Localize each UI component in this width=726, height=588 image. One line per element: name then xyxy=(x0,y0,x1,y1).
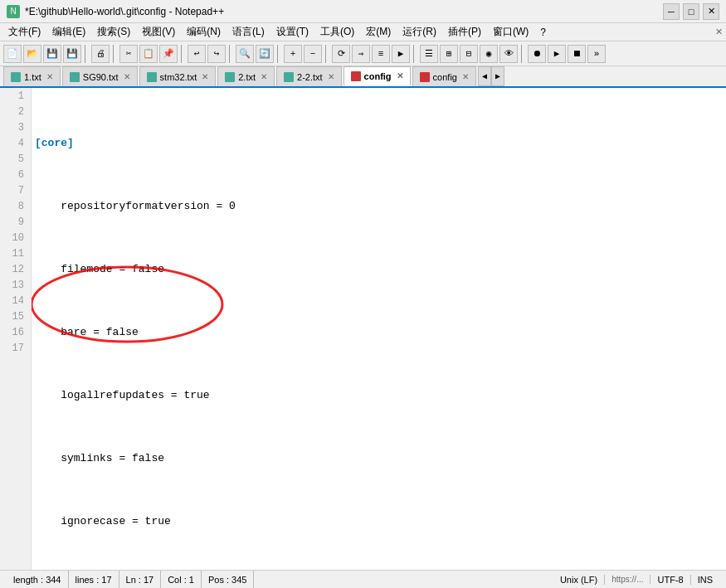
tab-close-2txt[interactable]: ✕ xyxy=(261,72,267,81)
maximize-button[interactable]: □ xyxy=(683,3,699,20)
tb-extra1[interactable]: ☰ xyxy=(420,45,438,63)
code-text-3: filemode = false xyxy=(35,261,164,277)
line-num-9: 9 xyxy=(7,214,24,230)
menu-settings[interactable]: 设置(T) xyxy=(271,23,314,41)
tb-sep2 xyxy=(113,45,116,63)
tb-save[interactable]: 💾 xyxy=(43,45,61,63)
code-text-5: logallrefupdates = true xyxy=(35,387,210,403)
status-ins: INS xyxy=(691,575,719,585)
line-num-16: 16 xyxy=(7,324,24,340)
tb-extra2[interactable]: ⊞ xyxy=(440,45,458,63)
status-encoding[interactable]: UTF-8 xyxy=(650,575,690,585)
tb-more[interactable]: » xyxy=(587,45,606,63)
tb-print[interactable]: 🖨 xyxy=(91,45,110,63)
code-line-1: [core] xyxy=(35,135,723,151)
tab-config1[interactable]: config ✕ xyxy=(344,66,411,86)
tab-scroll-right[interactable]: ▶ xyxy=(491,66,504,86)
tab-close-sg90[interactable]: ✕ xyxy=(124,72,130,81)
tb-undo[interactable]: ↩ xyxy=(188,45,206,63)
tab-icon-config1 xyxy=(351,71,361,81)
menu-run[interactable]: 运行(R) xyxy=(397,23,441,41)
tb-macro1[interactable]: ▶ xyxy=(392,45,410,63)
menu-bar: 文件(F) 编辑(E) 搜索(S) 视图(V) 编码(N) 语言(L) 设置(T… xyxy=(0,23,726,41)
tb-zoom-in[interactable]: + xyxy=(284,45,302,63)
tb-new[interactable]: 📄 xyxy=(3,45,22,63)
tb-stop[interactable]: ⏹ xyxy=(568,45,586,63)
tab-stm32[interactable]: stm32.txt ✕ xyxy=(139,66,217,86)
status-right: Unix (LF) https://... UTF-8 INS xyxy=(553,575,719,585)
tab-label-2txt: 2.txt xyxy=(238,72,256,82)
code-text-2: repositoryformatversion = 0 xyxy=(35,198,236,214)
tb-extra4[interactable]: ◉ xyxy=(480,45,498,63)
code-text-7: ignorecase = true xyxy=(35,513,171,529)
menu-tools[interactable]: 工具(O) xyxy=(315,23,359,41)
line-num-15: 15 xyxy=(7,309,24,324)
close-button[interactable]: ✕ xyxy=(703,3,719,20)
tb-sep4 xyxy=(229,45,232,63)
tab-close-1txt[interactable]: ✕ xyxy=(46,72,53,81)
menu-search[interactable]: 搜索(S) xyxy=(92,23,135,41)
menu-macro[interactable]: 宏(M) xyxy=(361,23,396,41)
menu-language[interactable]: 语言(L) xyxy=(227,23,270,41)
menu-window[interactable]: 窗口(W) xyxy=(488,23,534,41)
status-col: Col : 1 xyxy=(161,571,202,588)
line-num-4: 4 xyxy=(7,135,24,151)
tab-config2[interactable]: config ✕ xyxy=(412,66,476,86)
menu-edit[interactable]: 编辑(E) xyxy=(47,23,90,41)
line-num-12: 12 xyxy=(7,261,24,277)
tb-wrap[interactable]: ⇒ xyxy=(352,45,370,63)
tb-replace[interactable]: 🔄 xyxy=(256,45,274,63)
tb-sync[interactable]: ⟳ xyxy=(332,45,350,63)
status-url-hint: https://... xyxy=(605,575,650,584)
menu-help[interactable]: ? xyxy=(535,25,551,40)
tb-zoom-out[interactable]: − xyxy=(304,45,322,63)
line-num-8: 8 xyxy=(7,198,24,214)
line-num-6: 6 xyxy=(7,167,24,182)
tab-close-config2[interactable]: ✕ xyxy=(462,72,469,81)
code-area[interactable]: [core] repositoryformatversion = 0 filem… xyxy=(32,88,726,570)
tb-rec[interactable]: ⏺ xyxy=(528,45,546,63)
tab-scroll-left[interactable]: ◀ xyxy=(478,66,491,86)
tb-redo[interactable]: ↪ xyxy=(207,45,226,63)
tb-play[interactable]: ▶ xyxy=(548,45,566,63)
tb-find[interactable]: 🔍 xyxy=(236,45,254,63)
line-num-2: 2 xyxy=(7,104,24,119)
code-line-4: bare = false xyxy=(35,324,723,340)
tb-extra3[interactable]: ⊟ xyxy=(460,45,478,63)
line-num-1: 1 xyxy=(7,88,24,104)
code-content: [core] repositoryformatversion = 0 filem… xyxy=(32,88,726,570)
tab-1txt[interactable]: 1.txt ✕ xyxy=(3,66,61,86)
tab-22txt[interactable]: 2-2.txt ✕ xyxy=(276,66,342,86)
menu-plugins[interactable]: 插件(P) xyxy=(443,23,486,41)
tab-close-22txt[interactable]: ✕ xyxy=(328,72,334,81)
tab-sg90[interactable]: SG90.txt ✕ xyxy=(62,66,138,86)
title-bar-left: N *E:\github\Hello-world\.git\config - N… xyxy=(7,5,224,18)
menu-encoding[interactable]: 编码(N) xyxy=(182,23,226,41)
title-text: *E:\github\Hello-world\.git\config - Not… xyxy=(25,6,224,17)
tab-close-stm32[interactable]: ✕ xyxy=(202,72,208,81)
tb-paste[interactable]: 📌 xyxy=(159,45,178,63)
line-num-17: 17 xyxy=(7,340,24,356)
tab-icon-config2 xyxy=(420,72,430,82)
title-bar-controls[interactable]: ─ □ ✕ xyxy=(663,3,719,20)
line-num-7: 7 xyxy=(7,182,24,198)
tb-saveall[interactable]: 💾 xyxy=(63,45,81,63)
status-length: length : 344 xyxy=(7,571,69,588)
minimize-button[interactable]: ─ xyxy=(663,3,680,20)
tab-close-config1[interactable]: ✕ xyxy=(397,71,403,80)
tb-copy[interactable]: 📋 xyxy=(139,45,158,63)
toolbar: 📄 📂 💾 💾 🖨 ✂ 📋 📌 ↩ ↪ 🔍 🔄 + − ⟳ ⇒ ≡ ▶ ☰ ⊞ … xyxy=(0,41,726,66)
status-line-ending[interactable]: Unix (LF) xyxy=(553,575,605,585)
tb-open[interactable]: 📂 xyxy=(23,45,41,63)
tab-2txt[interactable]: 2.txt ✕ xyxy=(217,66,275,86)
tb-indent[interactable]: ≡ xyxy=(372,45,390,63)
title-bar: N *E:\github\Hello-world\.git\config - N… xyxy=(0,0,726,23)
menu-view[interactable]: 视图(V) xyxy=(137,23,180,41)
tb-sep8 xyxy=(521,45,524,63)
status-ln: Ln : 17 xyxy=(119,571,162,588)
tab-label-config1: config xyxy=(364,71,392,81)
menu-file[interactable]: 文件(F) xyxy=(3,23,46,41)
tb-cut[interactable]: ✂ xyxy=(119,45,138,63)
menu-close-x[interactable]: ✕ xyxy=(715,27,723,37)
tb-extra5[interactable]: 👁 xyxy=(499,45,518,63)
